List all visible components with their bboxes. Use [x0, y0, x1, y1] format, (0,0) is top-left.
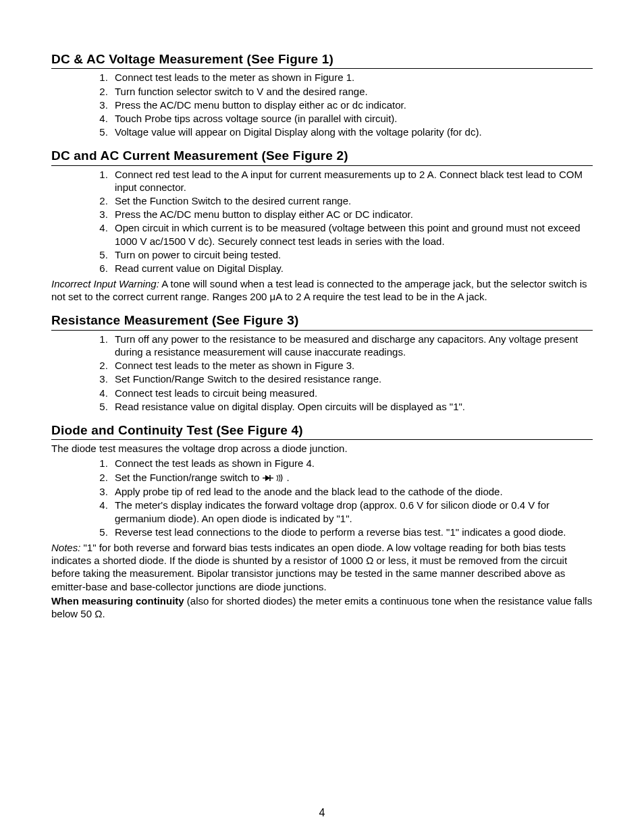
- list-item: Set the Function Switch to the desired c…: [111, 194, 593, 207]
- list-item: Press the AC/DC menu button to display e…: [111, 99, 593, 111]
- section-resistance: Resistance Measurement (See Figure 3) Tu…: [51, 312, 593, 412]
- list-item-text: Set the Function/range switch to: [115, 472, 262, 483]
- list-current: Connect red test lead to the A input for…: [78, 168, 593, 275]
- list-item: Connect test leads to circuit being meas…: [111, 387, 593, 399]
- list-item: Apply probe tip of red lead to the anode…: [111, 485, 593, 498]
- list-item: Turn on power to circuit being tested.: [111, 248, 593, 261]
- list-item: Open circuit in which current is to be m…: [111, 221, 593, 247]
- list-item: Turn off any power to the resistance to …: [111, 333, 593, 358]
- list-resistance: Turn off any power to the resistance to …: [78, 333, 593, 413]
- heading-current: DC and AC Current Measurement (See Figur…: [51, 148, 593, 165]
- diode-icon: [263, 472, 273, 484]
- list-item: Connect test leads to the meter as shown…: [111, 71, 593, 84]
- list-item: Turn function selector switch to V and t…: [111, 85, 593, 98]
- list-item: Press the AC/DC menu button to display e…: [111, 208, 593, 221]
- warning-label: Incorrect Input Warning:: [51, 278, 159, 289]
- section-dc-ac-voltage: DC & AC Voltage Measurement (See Figure …: [51, 51, 593, 138]
- heading-voltage: DC & AC Voltage Measurement (See Figure …: [51, 51, 593, 69]
- list-item: Read current value on Digital Display.: [111, 262, 593, 275]
- list-item: The meter's display indicates the forwar…: [111, 499, 593, 524]
- warning-paragraph: Incorrect Input Warning: A tone will sou…: [51, 277, 593, 303]
- diode-intro: The diode test measures the voltage drop…: [51, 442, 593, 455]
- notes-text: "1" for both reverse and forward bias te…: [51, 542, 567, 592]
- notes-paragraph: Notes: "1" for both reverse and forward …: [51, 541, 593, 593]
- list-item: Voltage value will appear on Digital Dis…: [111, 125, 593, 138]
- list-item: Reverse test lead connections to the dio…: [111, 526, 593, 538]
- list-item: Connect the test leads as shown in Figur…: [111, 457, 593, 470]
- list-item: Set the Function/range switch to .: [111, 471, 593, 485]
- page-number: 4: [0, 806, 644, 820]
- heading-resistance: Resistance Measurement (See Figure 3): [51, 312, 593, 330]
- sound-icon: [276, 472, 286, 484]
- heading-diode: Diode and Continuity Test (See Figure 4): [51, 422, 593, 440]
- notes-label: Notes:: [51, 542, 80, 553]
- list-item: Read resistance value on digital display…: [111, 400, 593, 413]
- list-item: Touch Probe tips across voltage source (…: [111, 112, 593, 125]
- list-diode: Connect the test leads as shown in Figur…: [78, 457, 593, 538]
- list-voltage: Connect test leads to the meter as shown…: [78, 71, 593, 138]
- list-item: Connect red test lead to the A input for…: [111, 168, 593, 194]
- svg-marker-1: [265, 475, 270, 481]
- list-item: Set Function/Range Switch to the desired…: [111, 372, 593, 385]
- section-diode-continuity: Diode and Continuity Test (See Figure 4)…: [51, 422, 593, 620]
- continuity-label: When measuring continuity: [51, 595, 184, 607]
- list-item: Connect test leads to the meter as shown…: [111, 359, 593, 372]
- section-dc-ac-current: DC and AC Current Measurement (See Figur…: [51, 148, 593, 303]
- continuity-paragraph: When measuring continuity (also for shor…: [51, 594, 593, 620]
